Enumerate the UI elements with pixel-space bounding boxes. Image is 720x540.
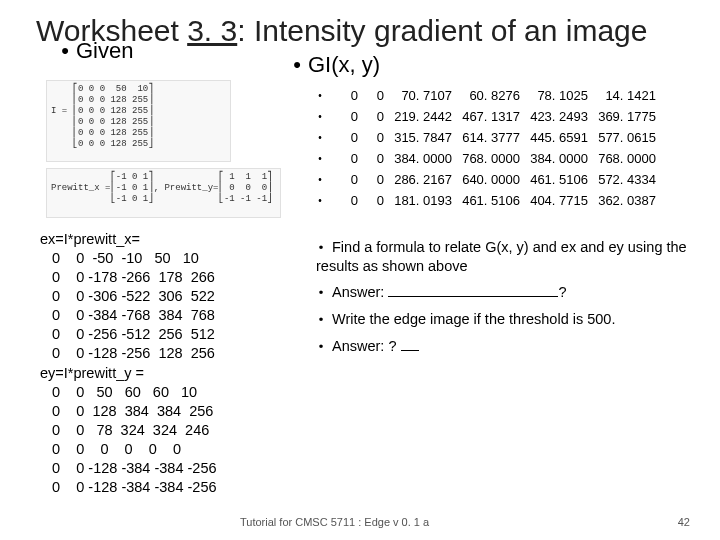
ey-label: ey=I*prewitt_y =: [40, 365, 144, 381]
bullet-icon: •: [316, 284, 326, 302]
table-row: 0 0 -178 -266 178 266: [40, 269, 215, 285]
table-row: 0 0 0 0 0 0: [40, 441, 181, 457]
bullet-icon: •: [316, 311, 326, 329]
table-row: 0 0 -128 -384 -384 -256: [40, 460, 217, 476]
table-row: 0 0 128 384 384 256: [40, 403, 213, 419]
matrix-I-image: ⎡0 0 0 50 10⎤ ⎢0 0 0 128 255⎥ I = ⎢0 0 0…: [46, 80, 231, 162]
table-row: •00315. 7847614. 3777445. 6591577. 0615: [316, 128, 656, 149]
note-threshold-text: Write the edge image if the threshold is…: [332, 311, 615, 327]
notes-block: •Find a formula to relate G(x, y) and ex…: [316, 230, 696, 364]
gi-table: •0070. 710760. 827678. 102514. 1421 •002…: [316, 86, 656, 212]
table-row: 0 0 -256 -512 256 512: [40, 326, 215, 342]
blank-line: [401, 338, 419, 351]
title-part-c: : Intensity gradient of an image: [237, 14, 647, 47]
table-row: 0 0 -50 -10 50 10: [40, 250, 199, 266]
page-number: 42: [678, 516, 690, 528]
gi-heading: •GI(x, y): [292, 52, 380, 78]
footer-left: Tutorial for CMSC 5711 : Edge v 0. 1 a: [240, 516, 429, 528]
note-formula: •Find a formula to relate G(x, y) and ex…: [316, 238, 696, 275]
table-row: •0070. 710760. 827678. 102514. 1421: [316, 86, 656, 107]
note-answer2: •Answer: ?: [316, 337, 696, 356]
bullet-icon: •: [292, 52, 302, 78]
note-threshold: •Write the edge image if the threshold i…: [316, 310, 696, 329]
bullet-icon: •: [316, 338, 326, 356]
blank-line: [388, 284, 558, 297]
table-row: •00286. 2167640. 0000461. 5106572. 4334: [316, 170, 656, 191]
prewitt-kernels-image: ⎡-1 0 1⎤ ⎡ 1 1 1⎤ Prewitt_x =⎢-1 0 1⎥, P…: [46, 168, 281, 218]
bullet-icon: •: [316, 239, 326, 257]
table-row: 0 0 -384 -768 384 768: [40, 307, 215, 323]
answer-label: Answer: ?: [332, 338, 401, 354]
table-row: •00181. 0193461. 5106404. 7715362. 0387: [316, 191, 656, 212]
qmark: ?: [558, 284, 566, 300]
table-row: 0 0 50 60 60 10: [40, 384, 197, 400]
answer-label: Answer:: [332, 284, 388, 300]
note-formula-text: Find a formula to relate G(x, y) and ex …: [316, 239, 687, 274]
ey-block: ey=I*prewitt_y = 0 0 50 60 60 10 0 0 128…: [40, 364, 217, 497]
gi-heading-text: GI(x, y): [308, 52, 380, 77]
given-label: •Given: [60, 38, 133, 64]
given-text: Given: [76, 38, 133, 63]
table-row: 0 0 -128 -384 -384 -256: [40, 479, 217, 495]
ex-label: ex=I*prewitt_x=: [40, 231, 140, 247]
table-row: 0 0 -128 -256 128 256: [40, 345, 215, 361]
ex-block: ex=I*prewitt_x= 0 0 -50 -10 50 10 0 0 -1…: [40, 230, 215, 363]
bullet-icon: •: [60, 38, 70, 64]
table-row: 0 0 -306 -522 306 522: [40, 288, 215, 304]
table-row: 0 0 78 324 324 246: [40, 422, 209, 438]
note-answer1: •Answer: ?: [316, 283, 696, 302]
title-part-b: 3. 3: [187, 14, 237, 47]
table-row: •00384. 0000768. 0000384. 0000768. 0000: [316, 149, 656, 170]
table-row: •00219. 2442467. 1317423. 2493369. 1775: [316, 107, 656, 128]
